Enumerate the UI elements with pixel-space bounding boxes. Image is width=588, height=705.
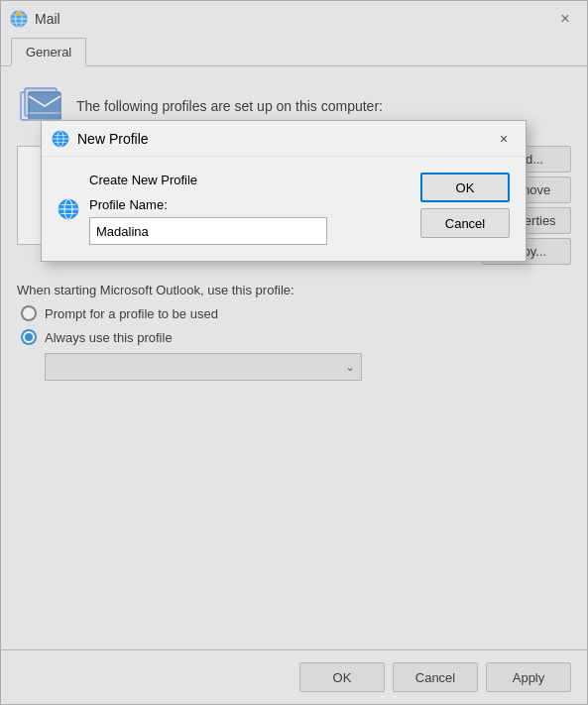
dialog-ok-button[interactable]: OK xyxy=(420,173,510,202)
dialog-title-icon xyxy=(52,130,69,148)
dialog-cancel-button[interactable]: Cancel xyxy=(420,208,510,238)
dialog-overlay: New Profile × xyxy=(1,1,587,704)
dialog-body: Create New Profile Profile Name: OK Canc… xyxy=(42,157,526,261)
new-profile-dialog: New Profile × xyxy=(41,120,527,262)
dialog-create-label: Create New Profile xyxy=(89,173,411,187)
dialog-title-bar: New Profile × xyxy=(42,121,526,157)
dialog-title-text: New Profile xyxy=(77,131,149,147)
main-window: Mail × General The following profiles ar… xyxy=(0,0,588,705)
dialog-profile-name-label: Profile Name: xyxy=(89,197,411,212)
dialog-profile-name-input[interactable] xyxy=(89,217,327,245)
dialog-create-icon xyxy=(58,198,79,220)
dialog-action-buttons: OK Cancel xyxy=(420,173,510,238)
dialog-close-button[interactable]: × xyxy=(492,127,516,151)
dialog-create-row: Create New Profile Profile Name: OK Canc… xyxy=(58,173,510,245)
dialog-profile-name-group: Profile Name: xyxy=(89,197,411,245)
